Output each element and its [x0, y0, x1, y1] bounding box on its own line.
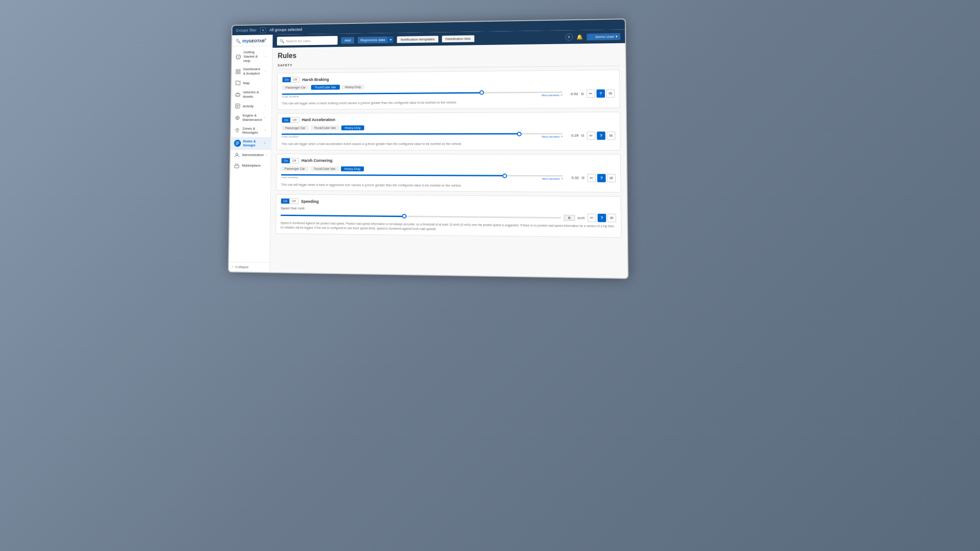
sidebar-item-zones[interactable]: Zones & Messages › [231, 124, 271, 137]
notification-templates-tab[interactable]: Notification templates [397, 36, 439, 43]
sidebar-item-map[interactable]: Map [231, 77, 272, 88]
svg-rect-2 [236, 69, 238, 71]
search-placeholder: Search for rules [286, 39, 310, 43]
heavy-duty-tab[interactable]: Heavy-Duty [341, 125, 364, 130]
toggle-group[interactable]: On Off [281, 199, 298, 204]
speeding-actions: ✏ ? ✉ [588, 214, 616, 222]
heavy-duty-tab[interactable]: Heavy-Duty [341, 85, 364, 90]
edit-button[interactable]: ✏ [587, 131, 595, 140]
sidebar-item-dashboard-label: Dashboard & Analytics [243, 67, 263, 76]
heavy-duty-tab[interactable]: Heavy-Duty [341, 166, 364, 171]
email-button[interactable]: ✉ [608, 214, 616, 222]
truck-cubvan-tab[interactable]: Truck/Cube Van [310, 125, 339, 130]
getting-started-icon: ? [235, 54, 241, 60]
edit-button[interactable]: ✏ [587, 174, 596, 182]
sidebar-item-admin[interactable]: Administration › [231, 150, 271, 161]
toggle-off[interactable]: Off [290, 158, 299, 163]
email-button[interactable]: ✉ [606, 89, 615, 97]
speed-value: 6 [564, 215, 575, 221]
help-button[interactable]: ? [598, 214, 606, 222]
sidebar-item-engine[interactable]: Engine & Maintenance › [231, 111, 272, 124]
reprocess-button[interactable]: Reprocess data [358, 36, 388, 44]
collapse-button[interactable]: ‹ Collapse [229, 262, 270, 272]
marketplace-icon [234, 163, 240, 169]
search-icon: 🔍 [236, 39, 240, 44]
page-content: Rules SAFETY On Off Harsh Braking [270, 43, 627, 278]
search-box[interactable]: 🔍 Search for rules [277, 36, 338, 45]
most-sensitive-link[interactable]: Most sensitive ↗ [542, 177, 563, 180]
sidebar-item-vehicles-label: Vehicles & Assets [243, 90, 268, 99]
passenger-car-tab[interactable]: Passenger Car [281, 126, 309, 131]
toggle-off[interactable]: Off [290, 117, 299, 122]
sidebar-item-vehicles[interactable]: Vehicles & Assets [231, 88, 272, 101]
slider-container: Least sensitive Most sensitive ↗ [281, 174, 563, 180]
help-button[interactable]: ? [596, 90, 605, 98]
sidebar-item-activity-label: Activity [243, 104, 263, 108]
toggle-group[interactable]: On Off [282, 77, 299, 82]
help-button[interactable]: ? [597, 174, 606, 182]
slider-track [281, 133, 563, 135]
help-icon[interactable]: ? [565, 33, 573, 41]
slider-thumb[interactable] [517, 131, 522, 136]
slider-container: Least sensitive Most sensitive ↗ [282, 91, 563, 98]
distribution-lists-tab[interactable]: Distribution lists [442, 35, 474, 42]
rules-icon [234, 140, 241, 147]
groups-filter-value: All groups selected [269, 27, 302, 32]
least-sensitive-label: Least sensitive [282, 95, 299, 98]
harsh-cornering-value: 0.32 [566, 176, 579, 180]
bell-icon[interactable]: 🔔 [576, 34, 583, 40]
chevron-icon: › [266, 154, 268, 157]
harsh-cornering-card: On Off Harsh Cornering Passenger Car Tru… [276, 154, 621, 193]
sidebar-item-getting-started[interactable]: ? Getting Started & Help › [232, 48, 272, 65]
groups-filter-arrow: ▾ [262, 28, 264, 32]
passenger-car-tab[interactable]: Passenger Car [282, 85, 309, 90]
toggle-group[interactable]: On Off [281, 117, 299, 123]
passenger-car-tab[interactable]: Passenger Car [281, 166, 309, 171]
slider-thumb[interactable] [402, 214, 406, 219]
add-button[interactable]: Add [341, 37, 354, 44]
header-spacer [478, 37, 562, 39]
sidebar-item-dashboard[interactable]: Dashboard & Analytics › [231, 65, 272, 78]
chevron-icon: › [264, 142, 268, 145]
most-sensitive-link[interactable]: Most sensitive ↗ [542, 93, 563, 96]
toggle-group[interactable]: On Off [281, 158, 299, 163]
toggle-on[interactable]: On [281, 158, 290, 163]
slider-thumb[interactable] [480, 90, 484, 95]
edit-button[interactable]: ✏ [588, 214, 596, 222]
harsh-cornering-header: On Off Harsh Cornering [281, 158, 615, 164]
slider-container [281, 215, 561, 219]
toggle-off[interactable]: Off [290, 199, 298, 204]
hard-acceleration-slider-row: Least sensitive Most sensitive ↗ 0.29 G … [281, 131, 615, 140]
user-menu[interactable]: 👤 Demo User ▾ [586, 33, 620, 40]
email-button[interactable]: ✉ [607, 131, 615, 140]
sidebar-item-rules[interactable]: Rules & Groups › [231, 137, 271, 150]
groups-filter-dropdown[interactable]: ▾ [260, 27, 266, 33]
toggle-on[interactable]: On [282, 77, 291, 82]
user-label: Demo User [595, 34, 614, 39]
toggle-off[interactable]: Off [291, 77, 299, 82]
toggle-on[interactable]: On [281, 199, 290, 204]
reprocess-dropdown[interactable]: ▾ [388, 36, 394, 43]
sidebar-item-marketplace-label: Marketplace [242, 163, 268, 168]
vehicles-icon [235, 91, 240, 98]
harsh-braking-card: On Off Harsh Braking Passenger Car Truck… [277, 70, 620, 110]
sidebar-logo: 🔍 myGEOTAB® [232, 35, 272, 47]
laptop-screen: Groups filter ▾ All groups selected 🔍 my… [229, 19, 628, 278]
sidebar-nav: ? Getting Started & Help › Dashboard & A… [229, 46, 272, 262]
edit-button[interactable]: ✏ [587, 90, 595, 98]
most-sensitive-link[interactable]: Most sensitive ↗ [542, 135, 563, 138]
email-button[interactable]: ✉ [607, 174, 616, 182]
truck-cubvan-tab[interactable]: Truck/Cube Van [310, 166, 339, 171]
sidebar-item-marketplace[interactable]: Marketplace [230, 160, 271, 171]
help-button[interactable]: ? [597, 131, 605, 140]
svg-point-19 [237, 130, 238, 131]
toggle-on[interactable]: On [282, 117, 290, 122]
least-sensitive-label: Least sensitive [281, 135, 299, 139]
speed-slider-row: 6 km/h ✏ ? ✉ [281, 211, 616, 222]
speeding-card: On Off Speeding Speed Over Limit: [276, 194, 622, 238]
chevron-icon: › [264, 104, 268, 108]
truck-cubvan-tab[interactable]: Truck/Cube Van [311, 85, 340, 90]
hard-acceleration-title: Hard Acceleration [302, 117, 335, 122]
slider-thumb[interactable] [503, 173, 507, 178]
sidebar-item-activity[interactable]: Activity › [231, 101, 272, 112]
